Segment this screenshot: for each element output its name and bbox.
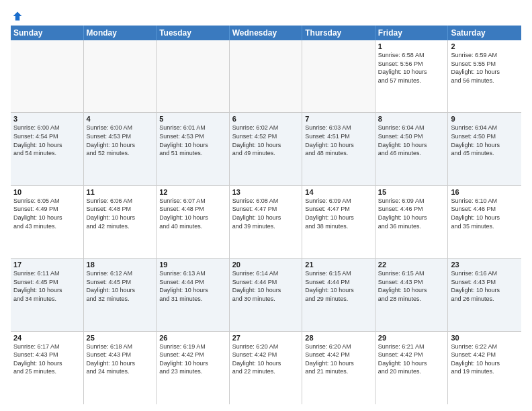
header-day-friday: Friday [375, 26, 449, 40]
calendar-cell [302, 40, 375, 112]
day-info: Sunrise: 6:07 AMSunset: 4:48 PMDaylight:… [159, 197, 226, 230]
page: SundayMondayTuesdayWednesdayThursdayFrid… [0, 0, 532, 411]
calendar: SundayMondayTuesdayWednesdayThursdayFrid… [11, 26, 521, 404]
calendar-cell [230, 40, 303, 112]
day-number: 29 [378, 334, 445, 342]
day-number: 16 [451, 188, 519, 196]
day-number: 21 [305, 261, 372, 269]
day-number: 19 [159, 261, 226, 269]
calendar-cell: 29Sunrise: 6:21 AMSunset: 4:42 PMDayligh… [375, 332, 449, 404]
calendar-cell: 27Sunrise: 6:20 AMSunset: 4:42 PMDayligh… [230, 332, 303, 404]
day-info: Sunrise: 6:00 AMSunset: 4:54 PMDaylight:… [13, 124, 81, 157]
calendar-cell: 25Sunrise: 6:18 AMSunset: 4:43 PMDayligh… [84, 332, 157, 404]
header-day-thursday: Thursday [302, 26, 375, 40]
day-info: Sunrise: 6:13 AMSunset: 4:44 PMDaylight:… [159, 269, 226, 303]
day-info: Sunrise: 6:11 AMSunset: 4:45 PMDaylight:… [13, 269, 81, 303]
calendar-row-2: 10Sunrise: 6:05 AMSunset: 4:49 PMDayligh… [11, 186, 521, 259]
calendar-cell: 26Sunrise: 6:19 AMSunset: 4:42 PMDayligh… [157, 332, 230, 404]
calendar-cell: 5Sunrise: 6:01 AMSunset: 4:53 PMDaylight… [157, 113, 230, 185]
day-number: 26 [159, 334, 226, 342]
day-number: 25 [87, 334, 154, 342]
calendar-cell: 13Sunrise: 6:08 AMSunset: 4:47 PMDayligh… [230, 186, 303, 258]
calendar-cell [84, 40, 157, 112]
day-number: 14 [305, 188, 372, 196]
calendar-cell: 14Sunrise: 6:09 AMSunset: 4:47 PMDayligh… [302, 186, 375, 258]
header [11, 11, 521, 21]
day-number: 15 [378, 188, 445, 196]
calendar-cell: 8Sunrise: 6:04 AMSunset: 4:50 PMDaylight… [375, 113, 449, 185]
calendar-cell: 6Sunrise: 6:02 AMSunset: 4:52 PMDaylight… [230, 113, 303, 185]
calendar-cell: 11Sunrise: 6:06 AMSunset: 4:48 PMDayligh… [84, 186, 157, 258]
day-info: Sunrise: 6:16 AMSunset: 4:43 PMDaylight:… [451, 269, 519, 303]
calendar-row-1: 3Sunrise: 6:00 AMSunset: 4:54 PMDaylight… [11, 113, 521, 185]
day-info: Sunrise: 6:15 AMSunset: 4:43 PMDaylight:… [378, 269, 445, 303]
day-info: Sunrise: 6:06 AMSunset: 4:48 PMDaylight:… [87, 197, 154, 230]
day-number: 27 [232, 334, 300, 342]
day-info: Sunrise: 6:17 AMSunset: 4:43 PMDaylight:… [13, 342, 81, 376]
day-number: 3 [13, 115, 81, 123]
calendar-cell: 7Sunrise: 6:03 AMSunset: 4:51 PMDaylight… [302, 113, 375, 185]
calendar-cell: 10Sunrise: 6:05 AMSunset: 4:49 PMDayligh… [11, 186, 84, 258]
day-number: 20 [232, 261, 300, 269]
header-day-monday: Monday [84, 26, 157, 40]
calendar-cell: 9Sunrise: 6:04 AMSunset: 4:50 PMDaylight… [448, 113, 521, 185]
calendar-cell: 21Sunrise: 6:15 AMSunset: 4:44 PMDayligh… [302, 259, 375, 330]
day-info: Sunrise: 6:14 AMSunset: 4:44 PMDaylight:… [232, 269, 300, 303]
day-info: Sunrise: 6:58 AMSunset: 5:56 PMDaylight:… [378, 51, 445, 85]
day-info: Sunrise: 6:04 AMSunset: 4:50 PMDaylight:… [451, 124, 519, 157]
day-info: Sunrise: 6:09 AMSunset: 4:47 PMDaylight:… [305, 197, 372, 230]
day-number: 1 [378, 42, 445, 50]
day-number: 13 [232, 188, 300, 196]
day-info: Sunrise: 6:10 AMSunset: 4:46 PMDaylight:… [451, 197, 519, 230]
day-info: Sunrise: 6:22 AMSunset: 4:42 PMDaylight:… [451, 342, 519, 376]
day-info: Sunrise: 6:04 AMSunset: 4:50 PMDaylight:… [378, 124, 445, 157]
day-info: Sunrise: 6:59 AMSunset: 5:55 PMDaylight:… [451, 51, 519, 85]
day-number: 10 [13, 188, 81, 196]
calendar-body: 1Sunrise: 6:58 AMSunset: 5:56 PMDaylight… [11, 40, 521, 404]
day-number: 18 [87, 261, 154, 269]
day-info: Sunrise: 6:02 AMSunset: 4:52 PMDaylight:… [232, 124, 300, 157]
day-info: Sunrise: 6:08 AMSunset: 4:47 PMDaylight:… [232, 197, 300, 230]
day-info: Sunrise: 6:01 AMSunset: 4:53 PMDaylight:… [159, 124, 226, 157]
day-number: 4 [87, 115, 154, 123]
calendar-cell: 28Sunrise: 6:20 AMSunset: 4:42 PMDayligh… [302, 332, 375, 404]
header-day-saturday: Saturday [448, 26, 521, 40]
day-number: 8 [378, 115, 445, 123]
calendar-row-4: 24Sunrise: 6:17 AMSunset: 4:43 PMDayligh… [11, 332, 521, 404]
calendar-row-3: 17Sunrise: 6:11 AMSunset: 4:45 PMDayligh… [11, 259, 521, 331]
calendar-cell: 17Sunrise: 6:11 AMSunset: 4:45 PMDayligh… [11, 259, 84, 330]
day-number: 23 [451, 261, 519, 269]
calendar-header: SundayMondayTuesdayWednesdayThursdayFrid… [11, 26, 521, 40]
logo-icon [12, 11, 23, 21]
calendar-row-0: 1Sunrise: 6:58 AMSunset: 5:56 PMDaylight… [11, 40, 521, 113]
day-info: Sunrise: 6:18 AMSunset: 4:43 PMDaylight:… [87, 342, 154, 376]
day-number: 30 [451, 334, 519, 342]
day-info: Sunrise: 6:20 AMSunset: 4:42 PMDaylight:… [305, 342, 372, 376]
day-number: 9 [451, 115, 519, 123]
calendar-cell: 18Sunrise: 6:12 AMSunset: 4:45 PMDayligh… [84, 259, 157, 330]
svg-marker-0 [13, 12, 22, 21]
day-number: 2 [451, 42, 519, 50]
calendar-cell: 4Sunrise: 6:00 AMSunset: 4:53 PMDaylight… [84, 113, 157, 185]
calendar-cell: 23Sunrise: 6:16 AMSunset: 4:43 PMDayligh… [448, 259, 521, 330]
header-day-sunday: Sunday [11, 26, 84, 40]
day-number: 12 [159, 188, 226, 196]
day-number: 28 [305, 334, 372, 342]
calendar-cell: 1Sunrise: 6:58 AMSunset: 5:56 PMDaylight… [375, 40, 449, 112]
logo [11, 11, 23, 21]
calendar-cell [11, 40, 84, 112]
day-number: 6 [232, 115, 300, 123]
day-number: 7 [305, 115, 372, 123]
day-number: 11 [87, 188, 154, 196]
calendar-cell: 15Sunrise: 6:09 AMSunset: 4:46 PMDayligh… [375, 186, 449, 258]
header-day-tuesday: Tuesday [157, 26, 230, 40]
day-info: Sunrise: 6:20 AMSunset: 4:42 PMDaylight:… [232, 342, 300, 376]
calendar-cell: 2Sunrise: 6:59 AMSunset: 5:55 PMDaylight… [448, 40, 521, 112]
calendar-cell: 16Sunrise: 6:10 AMSunset: 4:46 PMDayligh… [448, 186, 521, 258]
day-info: Sunrise: 6:00 AMSunset: 4:53 PMDaylight:… [87, 124, 154, 157]
header-day-wednesday: Wednesday [230, 26, 303, 40]
calendar-cell [157, 40, 230, 112]
day-info: Sunrise: 6:05 AMSunset: 4:49 PMDaylight:… [13, 197, 81, 230]
calendar-cell: 22Sunrise: 6:15 AMSunset: 4:43 PMDayligh… [375, 259, 449, 330]
calendar-cell: 20Sunrise: 6:14 AMSunset: 4:44 PMDayligh… [230, 259, 303, 330]
